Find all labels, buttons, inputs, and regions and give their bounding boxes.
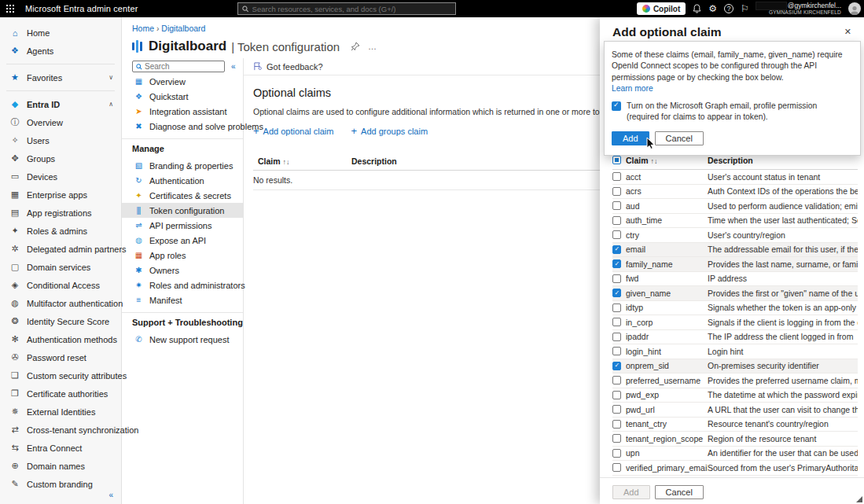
claim-checkbox[interactable] <box>612 434 621 443</box>
claim-checkbox[interactable] <box>612 449 621 458</box>
panel-resize-handle[interactable] <box>856 496 862 502</box>
chevron-up-icon[interactable]: ∧ <box>108 101 113 108</box>
claim-checkbox[interactable] <box>612 347 621 355</box>
claim-checkbox[interactable] <box>612 230 621 239</box>
leftnav-item[interactable]: ❖ Agents <box>0 42 121 60</box>
claim-checkbox[interactable] <box>612 304 621 312</box>
pin-icon[interactable] <box>351 42 360 51</box>
claim-row[interactable]: fwd IP address <box>612 272 858 287</box>
claim-column-header[interactable]: Claim↑↓ <box>258 156 351 166</box>
menu-item[interactable]: ▧ Branding & properties <box>122 158 243 173</box>
menu-item[interactable]: ≡ Manifest <box>122 292 243 307</box>
leftnav-item[interactable]: ✥ Groups <box>0 149 121 167</box>
add-groups-claim-button[interactable]: +Add groups claim <box>351 126 428 136</box>
select-all-checkbox[interactable] <box>612 156 621 164</box>
claim-checkbox[interactable] <box>612 259 621 268</box>
leftnav-item[interactable]: ▢ Domain services <box>0 258 121 276</box>
menu-item[interactable]: ➤ Integration assistant <box>122 104 243 119</box>
claim-row[interactable]: acrs Auth Context IDs of the operations … <box>612 185 858 200</box>
panel-add-button[interactable]: Add <box>612 485 650 499</box>
claim-row[interactable]: ipaddr The IP address the client logged … <box>612 330 858 345</box>
leftnav-item[interactable]: ⇄ Cross-tenant synchronization <box>0 421 121 439</box>
claim-row[interactable]: tenant_region_scope Region of the resour… <box>612 432 858 447</box>
help-icon[interactable]: ? <box>724 4 733 13</box>
menu-item[interactable]: ⇌ API permissions <box>122 218 243 233</box>
claim-row[interactable]: login_hint Login hint <box>612 344 858 359</box>
claim-row[interactable]: given_name Provides the first or "given"… <box>612 286 858 301</box>
claim-row[interactable]: idtyp Signals whether the token is an ap… <box>612 301 858 316</box>
leftnav-item[interactable]: ❂ Identity Secure Score <box>0 312 121 330</box>
feedback-icon[interactable]: ⚐ <box>741 4 749 13</box>
claim-row[interactable]: family_name Provides the last name, surn… <box>612 257 858 272</box>
claim-row[interactable]: email The addressable email for this use… <box>612 243 858 258</box>
claim-checkbox[interactable] <box>612 172 621 181</box>
claim-checkbox[interactable] <box>612 420 621 429</box>
claim-checkbox[interactable] <box>612 376 621 384</box>
menu-search[interactable] <box>132 61 225 72</box>
claim-checkbox[interactable] <box>612 216 621 225</box>
collapse-menu-icon[interactable]: « <box>231 62 236 71</box>
menu-item[interactable]: ▦ Overview <box>122 74 243 89</box>
leftnav-item[interactable]: ✧ Users <box>0 131 121 149</box>
leftnav-item[interactable]: ⇆ Entra Connect <box>0 439 121 457</box>
leftnav-item[interactable]: ✲ Delegated admin partners <box>0 240 121 258</box>
panel-cancel-button[interactable]: Cancel <box>655 485 704 499</box>
leftnav-item[interactable]: ✦ Roles & admins <box>0 222 121 240</box>
menu-item[interactable]: ✆ New support request <box>122 332 243 347</box>
dialog-cancel-button[interactable]: Cancel <box>655 131 704 145</box>
waffle-menu-icon[interactable] <box>0 0 20 17</box>
claim-checkbox[interactable] <box>612 318 621 326</box>
claim-checkbox[interactable] <box>612 289 621 297</box>
more-options-icon[interactable]: … <box>368 42 377 51</box>
claim-checkbox[interactable] <box>612 201 621 210</box>
leftnav-item[interactable]: ⓘ Overview <box>0 113 121 131</box>
leftnav-item[interactable]: ◍ Multifactor authentication <box>0 294 121 312</box>
graph-permission-checkbox[interactable] <box>612 101 621 111</box>
avatar[interactable] <box>848 2 861 15</box>
claim-row[interactable]: verified_primary_email Sourced from the … <box>612 461 858 476</box>
leftnav-item[interactable]: ◈ Conditional Access <box>0 276 121 294</box>
claim-row[interactable]: pwd_url A URL that the user can visit to… <box>612 403 858 418</box>
leftnav-item[interactable]: ✵ External Identities <box>0 403 121 421</box>
notifications-bell-icon[interactable] <box>693 4 701 13</box>
leftnav-item[interactable]: ✎ Custom branding <box>0 475 121 493</box>
global-search-input[interactable] <box>252 5 451 13</box>
leftnav-item[interactable]: ⌂ Home <box>0 24 121 42</box>
leftnav-item[interactable]: ✇ Password reset <box>0 348 121 366</box>
claim-row[interactable]: onprem_sid On-premises security identifi… <box>612 359 858 374</box>
leftnav-item[interactable]: ▭ Devices <box>0 167 121 186</box>
breadcrumb-current-link[interactable]: Digitalboard <box>161 24 205 33</box>
leftnav-item[interactable]: ❐ Certificate authorities <box>0 384 121 403</box>
claim-row[interactable]: acct User's account status in tenant <box>612 170 858 185</box>
claim-checkbox[interactable] <box>612 187 621 196</box>
breadcrumb-home-link[interactable]: Home <box>132 24 154 33</box>
leftnav-item[interactable]: ⊕ Domain names <box>0 457 121 475</box>
menu-item[interactable]: ||| Token configuration <box>122 203 243 218</box>
graph-permission-option[interactable]: Turn on the Microsoft Graph email, profi… <box>612 101 851 123</box>
menu-item[interactable]: ✖ Diagnose and solve problems <box>122 119 243 134</box>
claim-row[interactable]: preferred_username Provides the preferre… <box>612 373 858 388</box>
leftnav-item-entra-id[interactable]: ◆ Entra ID ∧ <box>0 95 121 113</box>
claim-row[interactable]: aud Used to perform audience validation;… <box>612 199 858 214</box>
menu-item[interactable]: ↻ Authentication <box>122 173 243 188</box>
menu-item[interactable]: ❖ Quickstart <box>122 89 243 104</box>
account-menu[interactable]: @gymkirchenfel... GYMNASIUM KIRCHENFELD <box>756 2 841 15</box>
claim-row[interactable]: auth_time Time when the user last authen… <box>612 214 858 229</box>
settings-gear-icon[interactable]: ⚙ <box>708 4 717 13</box>
got-feedback-link[interactable]: Got feedback? <box>267 62 323 72</box>
collapse-sidebar-icon[interactable]: « <box>108 491 113 499</box>
menu-item[interactable]: ✱ Owners <box>122 263 243 278</box>
menu-item[interactable]: ✷ Roles and administrators <box>122 278 243 292</box>
claim-checkbox[interactable] <box>612 333 621 341</box>
claim-checkbox[interactable] <box>612 391 621 399</box>
leftnav-item[interactable]: ▤ App registrations <box>0 204 121 222</box>
claim-checkbox[interactable] <box>612 245 621 254</box>
chevron-down-icon[interactable]: ∨ <box>108 74 113 81</box>
add-optional-claim-button[interactable]: +Add optional claim <box>253 126 333 136</box>
leftnav-item-favorites[interactable]: ★ Favorites ∨ <box>0 68 121 86</box>
leftnav-item[interactable]: ✻ Authentication methods <box>0 330 121 348</box>
dialog-add-button[interactable]: Add <box>612 131 649 145</box>
close-icon[interactable]: ✕ <box>843 25 853 39</box>
claim-checkbox[interactable] <box>612 362 621 370</box>
claim-row[interactable]: pwd_exp The datetime at which the passwo… <box>612 388 858 403</box>
